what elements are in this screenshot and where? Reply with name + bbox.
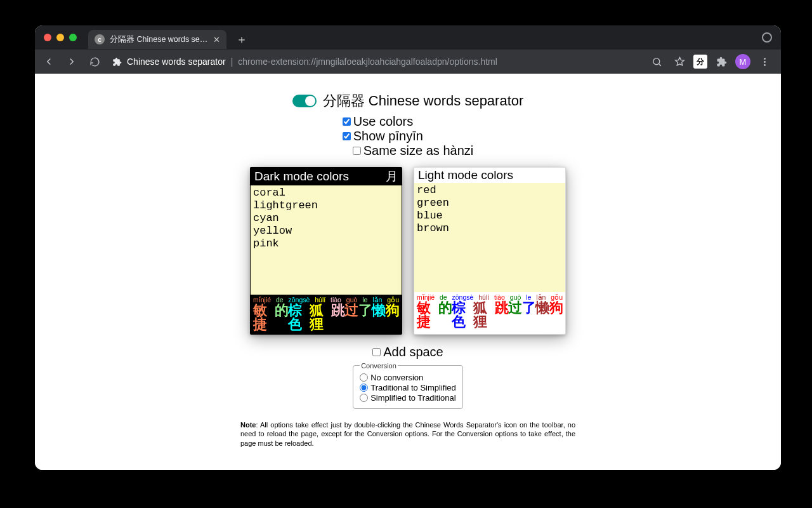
hanzi-seg: 敏捷 <box>417 301 438 329</box>
conversion-fieldset: Conversion No conversion Traditional to … <box>353 362 463 409</box>
address-bar[interactable]: Chinese words separator | chrome-extensi… <box>112 57 497 67</box>
maximize-window-button[interactable] <box>69 34 77 41</box>
svg-point-2 <box>764 61 766 63</box>
hanzi-seg: 跳 <box>331 304 345 331</box>
toolbar: Chinese words separator | chrome-extensi… <box>35 50 781 74</box>
minimize-window-button[interactable] <box>56 34 64 41</box>
dark-preview: mǐnjié de zōngsè húlí tiào guò le lǎn gǒ… <box>251 295 402 334</box>
dark-mode-badge: 月 <box>386 168 398 185</box>
conversion-s2t-radio[interactable] <box>360 394 368 402</box>
hanzi-seg: 狗 <box>549 301 563 329</box>
tab-title: 分隔器 Chinese words separator <box>110 34 208 45</box>
color-panels: Dark mode colors 月 mǐnjié de zōngsè húlí… <box>250 167 566 335</box>
note-label: Note <box>240 421 256 429</box>
tab-favicon: c <box>95 34 105 44</box>
conversion-none-label: No conversion <box>370 373 423 382</box>
master-toggle[interactable] <box>292 95 317 107</box>
conversion-t2s-row[interactable]: Traditional to Simplified <box>360 383 456 392</box>
note-paragraph: Note: All options take effect just by do… <box>240 420 575 449</box>
show-pinyin-row[interactable]: Show pīnyīn <box>343 129 423 144</box>
show-pinyin-checkbox[interactable] <box>343 132 351 140</box>
toolbar-right: 分 M <box>648 53 776 70</box>
use-colors-label: Use colors <box>353 114 413 129</box>
tab-search-button[interactable] <box>762 32 772 43</box>
close-tab-icon[interactable]: ✕ <box>213 35 220 44</box>
use-colors-checkbox[interactable] <box>343 117 351 126</box>
same-size-label: Same size as hànzi <box>363 144 473 158</box>
svg-point-3 <box>764 64 766 66</box>
url-separator: | <box>231 57 233 67</box>
conversion-none-row[interactable]: No conversion <box>360 373 456 382</box>
conversion-none-radio[interactable] <box>360 373 368 382</box>
hanzi-seg: 懒 <box>372 304 386 331</box>
hanzi-seg: 敏捷 <box>253 304 275 331</box>
add-space-checkbox[interactable] <box>372 348 381 356</box>
hanzi-seg: 狐狸 <box>310 304 331 331</box>
back-button[interactable] <box>40 53 58 70</box>
extension-name: Chinese words separator <box>127 57 226 67</box>
light-mode-panel: Light mode colors mǐnjié de zōngsè húlí … <box>414 167 566 335</box>
browser-window: c 分隔器 Chinese words separator ✕ ＋ Chines… <box>35 25 781 470</box>
close-window-button[interactable] <box>44 34 51 41</box>
options-group: Use colors Show pīnyīn Same size as hànz… <box>343 114 473 158</box>
hanzi-seg: 棕色 <box>288 304 310 331</box>
light-mode-title: Light mode colors <box>418 168 513 182</box>
dark-mode-panel: Dark mode colors 月 mǐnjié de zōngsè húlí… <box>250 167 402 335</box>
conversion-legend: Conversion <box>360 362 398 370</box>
hanzi-seg: 狐狸 <box>473 301 495 329</box>
new-tab-button[interactable]: ＋ <box>234 32 249 47</box>
add-space-row[interactable]: Add space <box>372 345 443 359</box>
profile-avatar[interactable]: M <box>735 54 750 69</box>
extensions-icon[interactable] <box>712 53 730 70</box>
conversion-t2s-radio[interactable] <box>360 384 368 392</box>
svg-point-1 <box>764 58 766 60</box>
cws-extension-icon[interactable]: 分 <box>693 55 707 69</box>
light-preview: mǐnjié de zōngsè húlí tiào guò le lǎn gǒ… <box>414 292 565 331</box>
extension-icon <box>112 57 122 67</box>
same-size-checkbox[interactable] <box>353 147 361 155</box>
hanzi-seg: 棕色 <box>452 301 473 329</box>
hanzi-seg: 的 <box>438 301 452 329</box>
hanzi-seg: 过 <box>344 304 358 331</box>
add-space-label: Add space <box>383 345 443 359</box>
light-colors-input[interactable] <box>414 183 565 292</box>
hanzi-seg: 了 <box>522 301 536 329</box>
hanzi-seg: 的 <box>275 304 289 331</box>
page-content: 分隔器 Chinese words separator Use colors S… <box>35 74 781 470</box>
hanzi-seg: 跳 <box>495 301 509 329</box>
page-title: 分隔器 Chinese words separator <box>323 91 524 110</box>
hanzi-seg: 过 <box>508 301 522 329</box>
svg-point-0 <box>653 58 659 64</box>
hanzi-seg: 了 <box>358 304 372 331</box>
page-url: chrome-extension://jmngilafoeakjloahciah… <box>238 57 497 67</box>
conversion-s2t-row[interactable]: Simplified to Traditional <box>360 393 456 403</box>
forward-button[interactable] <box>63 53 81 70</box>
hanzi-seg: 懒 <box>535 301 549 329</box>
tab-bar: c 分隔器 Chinese words separator ✕ ＋ <box>35 25 781 50</box>
search-icon[interactable] <box>648 53 665 70</box>
main-toggle-row: 分隔器 Chinese words separator <box>292 91 524 110</box>
reload-button[interactable] <box>86 53 103 70</box>
same-size-row[interactable]: Same size as hànzi <box>353 144 473 158</box>
use-colors-row[interactable]: Use colors <box>343 114 413 129</box>
note-text: : All options take effect just by double… <box>240 421 575 448</box>
dark-mode-title: Dark mode colors <box>254 170 349 184</box>
browser-tab[interactable]: c 分隔器 Chinese words separator ✕ <box>88 30 226 49</box>
bookmark-icon[interactable] <box>671 53 688 70</box>
conversion-t2s-label: Traditional to Simplified <box>370 383 456 392</box>
conversion-s2t-label: Simplified to Traditional <box>370 393 455 403</box>
dark-colors-input[interactable] <box>251 185 402 295</box>
kebab-menu-icon[interactable] <box>756 53 773 70</box>
show-pinyin-label: Show pīnyīn <box>353 129 423 144</box>
hanzi-seg: 狗 <box>386 304 400 331</box>
window-controls <box>44 34 77 41</box>
